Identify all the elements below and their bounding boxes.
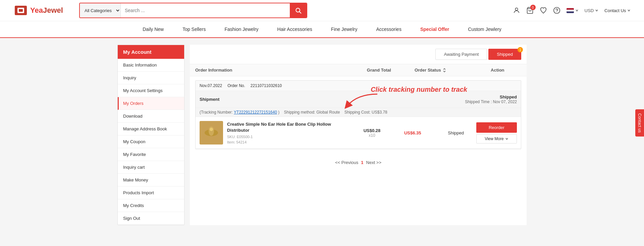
sidebar-item-inquiry-cart[interactable]: Inquiry cart xyxy=(118,161,184,174)
col-header-order-info: Order Information xyxy=(195,68,343,73)
main-content: My Account Basic Information Inquiry My … xyxy=(104,38,540,232)
product-sku: SKU: E05500-1 xyxy=(227,135,354,139)
chevron-down-icon-3 xyxy=(627,9,631,12)
search-bar: All Categories xyxy=(79,3,307,18)
cart-badge: 0 xyxy=(530,5,536,10)
currency-btn[interactable]: USD xyxy=(585,8,598,13)
sidebar-item-download[interactable]: Download xyxy=(118,110,184,123)
product-status: Shipped xyxy=(435,130,476,135)
order-no-label: Order No. xyxy=(227,83,245,88)
shipment-time: Shipped Time : Nov 07, 2022 xyxy=(465,99,517,104)
contact-sidebar-btn[interactable]: Contact us xyxy=(635,109,644,136)
nav-fine-jewelry[interactable]: Fine Jewelry xyxy=(322,21,367,37)
sidebar-item-my-coupon[interactable]: My Coupon xyxy=(118,135,184,148)
reorder-button[interactable]: Reorder xyxy=(476,122,517,133)
nav-fashion-jewelry[interactable]: Fashion Jewelry xyxy=(215,21,268,37)
product-name: Creative Simple No Ear Hole Ear Bone Cli… xyxy=(227,121,354,133)
user-icon xyxy=(513,7,520,14)
sidebar-item-account-settings[interactable]: My Account Settings xyxy=(118,84,184,97)
tracking-number-link[interactable]: YT22291212272151640 xyxy=(234,110,277,115)
shipment-row: Shipment Shipped Shipped Time : Nov 07, … xyxy=(196,91,521,108)
svg-point-12 xyxy=(210,128,213,131)
header-icons: 0 USD Contact Us xyxy=(513,7,631,14)
sidebar-title: My Account xyxy=(118,45,184,59)
flag-btn[interactable] xyxy=(567,8,579,13)
help-icon-btn[interactable] xyxy=(553,7,560,14)
shipment-section: Click tracking number to track Shipment xyxy=(196,91,521,117)
header: YeaJewel All Categories xyxy=(0,0,644,21)
col-header-order-status: Order Status xyxy=(415,68,474,73)
tab-awaiting-payment[interactable]: Awaiting Payment xyxy=(435,49,487,60)
search-input[interactable] xyxy=(121,3,290,17)
logo[interactable]: YeaJewel xyxy=(13,3,74,18)
product-item: Item: 54214 xyxy=(227,140,354,144)
tab-shipped[interactable]: Shipped 1 xyxy=(488,49,521,60)
product-total: US$6.35 xyxy=(390,130,435,135)
chevron-down-icon-2 xyxy=(595,9,598,12)
category-select[interactable]: All Categories xyxy=(80,3,121,17)
nav-top-sellers[interactable]: Top Sellers xyxy=(173,21,215,37)
chevron-down-icon xyxy=(575,9,579,12)
sidebar-item-make-money[interactable]: Make Money xyxy=(118,174,184,187)
chevron-down-icon-4 xyxy=(505,137,508,140)
svg-point-5 xyxy=(515,8,518,10)
nav-daily-new[interactable]: Daily New xyxy=(133,21,173,37)
sidebar: My Account Basic Information Inquiry My … xyxy=(117,45,184,225)
shipment-status: Shipped xyxy=(465,94,517,99)
contact-us-button[interactable]: Contact Us xyxy=(604,8,631,13)
logo-text: YeaJewel xyxy=(30,6,63,15)
sidebar-item-inquiry[interactable]: Inquiry xyxy=(118,72,184,84)
product-row: Creative Simple No Ear Hole Ear Bone Cli… xyxy=(196,117,521,149)
order-area: Awaiting Payment Shipped 1 Order Informa… xyxy=(190,45,527,225)
sidebar-item-products-import[interactable]: Products Import xyxy=(118,187,184,199)
sidebar-item-my-orders[interactable]: My Orders xyxy=(118,97,184,110)
order-block: Nov.07.2022 Order No. 22110711032610 Cli… xyxy=(195,80,521,149)
product-details: Creative Simple No Ear Hole Ear Bone Cli… xyxy=(227,121,354,144)
price-value: US$0.28 xyxy=(354,128,390,133)
price-qty: x10 xyxy=(354,133,390,138)
nav-special-offer[interactable]: Special Offer xyxy=(411,21,459,37)
order-date: Nov.07.2022 xyxy=(200,83,222,88)
nav-accessories[interactable]: Accessories xyxy=(367,21,411,37)
flag-icon xyxy=(567,8,574,13)
main-nav: Daily New Top Sellers Fashion Jewelry Ha… xyxy=(0,21,644,38)
product-image xyxy=(200,121,223,145)
order-meta: Nov.07.2022 Order No. 22110711032610 xyxy=(196,81,521,91)
current-page: 1 xyxy=(361,160,363,165)
col-header-action: Action xyxy=(474,68,521,73)
pagination: << Previous 1 Next >> xyxy=(190,153,527,172)
nav-hair-accessories[interactable]: Hair Accessories xyxy=(268,21,322,37)
product-price: US$0.28 x10 xyxy=(354,128,390,138)
col-header-grand-total: Grand Total xyxy=(343,68,415,73)
nav-custom-jewlery[interactable]: Custom Jewlery xyxy=(459,21,511,37)
help-icon xyxy=(553,7,560,14)
prev-page-link[interactable]: << Previous xyxy=(335,160,358,165)
order-table-header: Order Information Grand Total Order Stat… xyxy=(190,64,527,76)
shipment-label: Shipment xyxy=(200,97,219,102)
sidebar-item-basic-information[interactable]: Basic Information xyxy=(118,59,184,72)
next-page-link[interactable]: Next >> xyxy=(366,160,382,165)
status-tabs: Awaiting Payment Shipped 1 xyxy=(190,45,527,64)
sidebar-item-manage-address[interactable]: Manage Address Book xyxy=(118,123,184,135)
sort-icon xyxy=(442,68,446,72)
view-more-button[interactable]: View More xyxy=(476,134,517,144)
logo-icon xyxy=(13,3,28,18)
shipped-badge: 1 xyxy=(518,47,523,52)
product-thumbnail xyxy=(200,121,223,145)
sidebar-item-my-credits[interactable]: My Credits xyxy=(118,199,184,212)
search-button[interactable] xyxy=(290,3,307,17)
wishlist-icon-btn[interactable] xyxy=(540,7,547,14)
svg-rect-2 xyxy=(19,9,23,12)
svg-line-4 xyxy=(300,12,301,13)
heart-icon xyxy=(540,7,547,14)
sidebar-item-my-favorite[interactable]: My Favorite xyxy=(118,148,184,161)
search-icon xyxy=(295,7,302,14)
sidebar-item-sign-out[interactable]: Sign Out xyxy=(118,212,184,225)
product-action: Reorder View More xyxy=(476,122,517,144)
tracking-row: (Tracking Number: YT22291212272151640 ) … xyxy=(196,108,521,117)
user-icon-btn[interactable] xyxy=(513,7,520,14)
cart-icon-btn[interactable]: 0 xyxy=(526,7,534,14)
order-no: 22110711032610 xyxy=(251,83,282,88)
